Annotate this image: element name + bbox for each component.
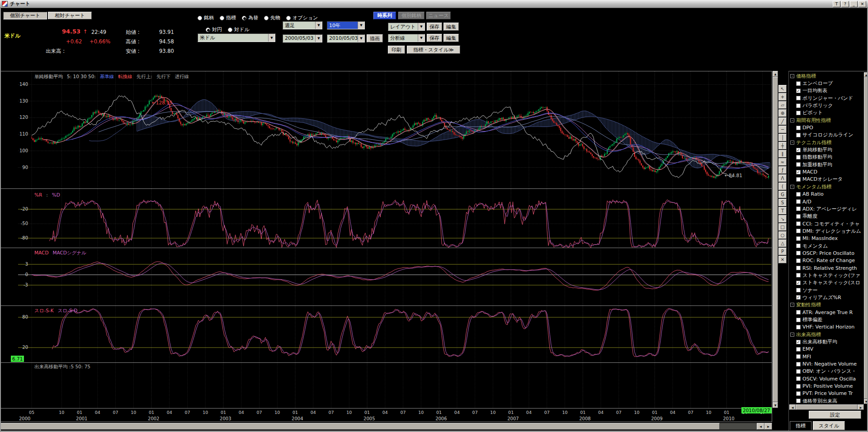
indicator-item[interactable]: 加重移動平均: [789, 161, 864, 168]
indicator-item[interactable]: MI: MassIndex: [789, 235, 864, 242]
indicator-checkbox[interactable]: [796, 96, 801, 100]
layout-select[interactable]: レイアウト▼: [388, 23, 425, 31]
indicator-group[interactable]: -モメンタム指標: [789, 183, 864, 190]
indicator-checkbox[interactable]: [796, 103, 801, 108]
fibonacci-retracement-tool-icon[interactable]: ƒ: [778, 166, 787, 174]
chevron-down-icon[interactable]: ▼: [268, 34, 275, 42]
scroll-up-icon[interactable]: ▲: [773, 71, 778, 77]
indicator-style-button[interactable]: 指標・スタイル≫: [407, 46, 460, 54]
indicator-checkbox[interactable]: ✓: [796, 148, 801, 152]
analysis-edit-button[interactable]: 編集: [443, 34, 459, 42]
collapse-icon[interactable]: -: [790, 333, 794, 337]
indicator-checkbox[interactable]: [796, 391, 801, 396]
indicator-item[interactable]: ATR: Average True R: [789, 309, 864, 316]
indicator-item[interactable]: ✓ストキャスティック(スロ: [789, 279, 864, 286]
indicator-checkbox[interactable]: [796, 81, 801, 86]
indicator-item[interactable]: OSCV: Volume Oscilla: [789, 375, 864, 382]
indicator-checkbox[interactable]: ✓: [796, 340, 801, 344]
indicator-checkbox[interactable]: [796, 236, 801, 241]
indicator-item[interactable]: OBV: オン・バランス・: [789, 368, 864, 375]
collapse-icon[interactable]: -: [790, 185, 794, 189]
indicator-item[interactable]: ✓単純移動平均: [789, 146, 864, 153]
delete-line-tool-icon[interactable]: ✕: [778, 256, 787, 263]
indicator-item[interactable]: ADX: アベレージディレ: [789, 205, 864, 212]
indicator-checkbox[interactable]: [796, 273, 801, 277]
arrow-mark-tool-icon[interactable]: ↘: [778, 215, 787, 223]
horizontal-line-tool-icon[interactable]: ─: [778, 126, 787, 133]
minimize-button[interactable]: _: [850, 1, 858, 7]
indicator-item[interactable]: ✓出来高移動平均: [789, 338, 864, 345]
chart-vertical-scrollbar[interactable]: ▲ ▼: [773, 71, 778, 408]
collapse-icon[interactable]: -: [790, 74, 794, 78]
indicator-item[interactable]: VHF: Vertical Horizon: [789, 324, 864, 331]
text-tool-icon[interactable]: T: [778, 207, 787, 215]
date-to-select[interactable]: 2010/05/03▼: [327, 34, 365, 42]
vertical-line-tool-icon[interactable]: │: [778, 134, 787, 141]
scrollbar-track[interactable]: [720, 423, 757, 430]
indicator-checkbox[interactable]: [796, 251, 801, 255]
analysis-save-button[interactable]: 保存: [427, 34, 442, 42]
regression-tool-icon[interactable]: ≈: [778, 158, 787, 166]
radio-option[interactable]: 対円: [206, 26, 222, 33]
indicator-item[interactable]: DPO: [789, 124, 864, 131]
indicator-checkbox[interactable]: [796, 354, 801, 359]
close-button[interactable]: ✕: [859, 1, 866, 7]
collapse-icon[interactable]: -: [790, 118, 794, 122]
collapse-icon[interactable]: -: [790, 303, 794, 307]
indicator-item[interactable]: エンベロープ: [789, 80, 864, 87]
indicator-item[interactable]: 乖離度: [789, 213, 864, 220]
pin-button[interactable]: T: [833, 1, 840, 7]
date-from-select[interactable]: 2000/05/03▼: [283, 34, 322, 42]
title-bar[interactable]: チャート T?_✕: [0, 0, 868, 8]
scroll-right-icon[interactable]: ▶: [858, 404, 864, 410]
analysis-line-select[interactable]: 分析線▼: [388, 34, 425, 42]
cross-line-tool-icon[interactable]: ┼: [778, 142, 787, 150]
ellipse-tool-icon[interactable]: ○: [778, 231, 787, 239]
indicator-item[interactable]: ソナー: [789, 286, 864, 294]
indicator-checkbox[interactable]: [796, 162, 801, 167]
indicator-item[interactable]: ストキャスティック(ファ: [789, 272, 864, 279]
indicator-item[interactable]: パラボリック: [789, 102, 864, 109]
crosshair-tool-icon[interactable]: +: [778, 93, 787, 101]
indicator-item[interactable]: ピボット: [789, 109, 864, 117]
indicator-checkbox[interactable]: [796, 192, 801, 197]
indicator-checkbox[interactable]: [796, 376, 801, 381]
draw-button[interactable]: 描画: [367, 34, 383, 42]
indicator-item[interactable]: ✓ウィリアムズ%R: [789, 294, 864, 301]
chart-horizontal-scrollbar[interactable]: ◀ ▶: [0, 423, 772, 430]
fibonacci-fan-tool-icon[interactable]: Λ: [778, 174, 787, 182]
indicator-item[interactable]: A/D: [789, 198, 864, 205]
indicator-checkbox[interactable]: [796, 288, 801, 292]
indicator-item[interactable]: ROC: Rate of Change: [789, 257, 864, 264]
indicator-item[interactable]: RSI: Relative Strength: [789, 264, 864, 272]
indicator-checkbox[interactable]: [796, 177, 801, 182]
indicator-checkbox[interactable]: ✓: [796, 281, 801, 285]
indicator-checkbox[interactable]: [796, 325, 801, 329]
trend-line-tool-icon[interactable]: ╱: [778, 117, 787, 125]
indicator-checkbox[interactable]: [796, 244, 801, 248]
tab-indicators[interactable]: 指標: [790, 421, 811, 430]
indicator-group[interactable]: -テクニカル指標: [789, 139, 864, 146]
indicator-item[interactable]: 指数移動平均: [789, 154, 864, 161]
zoom-tool-icon[interactable]: ⊕: [778, 109, 787, 117]
indicator-group[interactable]: -変動性指標: [789, 301, 864, 309]
indicator-item[interactable]: MFI: [789, 353, 864, 360]
indicator-checkbox[interactable]: [796, 133, 801, 137]
individual-stock-button[interactable]: 個別銘柄: [398, 12, 425, 19]
indicator-checkbox[interactable]: [796, 207, 801, 211]
chevron-down-icon[interactable]: ▼: [358, 35, 364, 42]
scroll-left-icon[interactable]: ◀: [789, 404, 796, 410]
scroll-right-icon[interactable]: ▶: [764, 423, 772, 430]
indicator-item[interactable]: EMV: [789, 346, 864, 353]
help-button[interactable]: ?: [841, 1, 849, 7]
indicator-item[interactable]: サイコロジカルライン: [789, 131, 864, 139]
chevron-down-icon[interactable]: ▼: [315, 22, 322, 29]
indicator-checkbox[interactable]: ✓: [796, 89, 801, 93]
indicator-checkbox[interactable]: [796, 258, 801, 263]
indicator-horizontal-scrollbar[interactable]: ◀ ▶: [789, 404, 864, 410]
indicator-checkbox[interactable]: ✓: [796, 170, 801, 174]
chevron-down-icon[interactable]: ▼: [418, 23, 425, 30]
scrollbar-thumb[interactable]: [773, 77, 778, 402]
indicator-group[interactable]: -期間有用性指標: [789, 117, 864, 124]
cursor-tool-icon[interactable]: ↖: [778, 85, 787, 93]
